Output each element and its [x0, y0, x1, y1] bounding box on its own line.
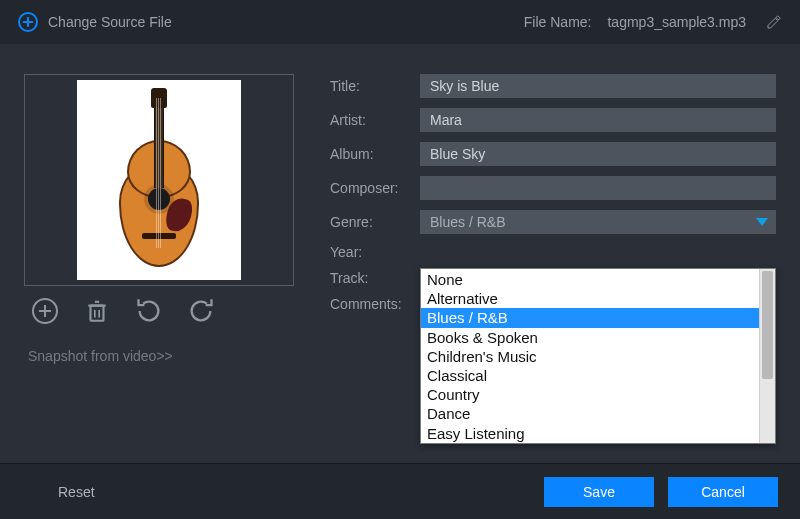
rotate-cw-button[interactable] — [186, 296, 216, 326]
genre-option[interactable]: Children's Music — [421, 347, 759, 366]
genre-option[interactable]: None — [421, 270, 759, 289]
composer-field[interactable] — [420, 176, 776, 200]
tag-form: Title: Artist: Album: Composer: Genre: B… — [330, 74, 776, 463]
file-name-value: tagmp3_sample3.mp3 — [607, 14, 746, 30]
label-track: Track: — [330, 270, 408, 286]
guitar-illustration — [114, 88, 204, 273]
row-year: Year: — [330, 244, 776, 260]
genre-option[interactable]: Dance — [421, 404, 759, 423]
artwork-image — [77, 80, 241, 280]
artwork-toolbar — [24, 296, 294, 326]
label-composer: Composer: — [330, 180, 408, 196]
title-field[interactable] — [420, 74, 776, 98]
album-field[interactable] — [420, 142, 776, 166]
genre-selected-value: Blues / R&B — [430, 214, 505, 230]
label-title: Title: — [330, 78, 408, 94]
snapshot-from-video-link[interactable]: Snapshot from video>> — [24, 348, 294, 364]
footer-bar: Reset Save Cancel — [0, 463, 800, 519]
row-album: Album: — [330, 142, 776, 166]
genre-combobox[interactable]: Blues / R&B — [420, 210, 776, 234]
delete-art-button[interactable] — [82, 296, 112, 326]
file-name-label: File Name: — [524, 14, 592, 30]
genre-option-list: NoneAlternativeBlues / R&BBooks & Spoken… — [421, 269, 759, 443]
svg-rect-3 — [91, 306, 104, 321]
genre-option[interactable]: Alternative — [421, 289, 759, 308]
genre-dropdown[interactable]: NoneAlternativeBlues / R&BBooks & Spoken… — [420, 268, 776, 444]
plus-circle-icon[interactable] — [18, 12, 38, 32]
genre-option[interactable]: Books & Spoken — [421, 328, 759, 347]
label-year: Year: — [330, 244, 408, 260]
row-composer: Composer: — [330, 176, 776, 200]
artwork-panel: Snapshot from video>> — [24, 74, 294, 463]
label-artist: Artist: — [330, 112, 408, 128]
dropdown-scrollbar[interactable] — [759, 269, 775, 443]
row-title: Title: — [330, 74, 776, 98]
genre-option[interactable]: Classical — [421, 366, 759, 385]
cancel-button[interactable]: Cancel — [668, 477, 778, 507]
artist-field[interactable] — [420, 108, 776, 132]
genre-option[interactable]: Country — [421, 385, 759, 404]
triangle-down-icon — [756, 218, 768, 226]
artwork-frame[interactable] — [24, 74, 294, 286]
label-genre: Genre: — [330, 214, 408, 230]
rotate-ccw-button[interactable] — [134, 296, 164, 326]
change-source-link[interactable]: Change Source File — [48, 14, 172, 30]
pencil-icon[interactable] — [766, 14, 782, 30]
row-artist: Artist: — [330, 108, 776, 132]
add-art-button[interactable] — [30, 296, 60, 326]
header-bar: Change Source File File Name: tagmp3_sam… — [0, 0, 800, 44]
label-album: Album: — [330, 146, 408, 162]
main-area: Snapshot from video>> Title: Artist: Alb… — [0, 44, 800, 463]
save-button[interactable]: Save — [544, 477, 654, 507]
row-genre: Genre: Blues / R&B — [330, 210, 776, 234]
genre-option[interactable]: Easy Listening — [421, 424, 759, 443]
reset-button[interactable]: Reset — [22, 484, 95, 500]
genre-option[interactable]: Blues / R&B — [421, 308, 759, 327]
label-comments: Comments: — [330, 296, 408, 312]
scrollbar-thumb[interactable] — [762, 271, 773, 379]
